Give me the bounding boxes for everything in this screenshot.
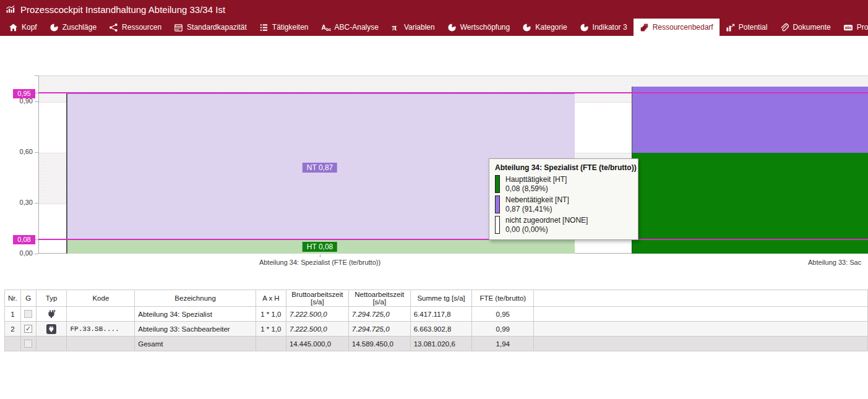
tab-ressourcenbedarf[interactable]: Ressourcenbedarf xyxy=(634,19,720,36)
table-total-row: Gesamt 14.445.000,0 14.589.450,0 13.081.… xyxy=(5,337,868,351)
tab-abc-analyse[interactable]: Abc ABC-Analyse xyxy=(315,19,385,36)
tooltip-entry-value: 0,08 (8,59%) xyxy=(505,184,567,194)
col-header-kode: Kode xyxy=(67,290,135,307)
pie-icon xyxy=(49,23,59,32)
tab-label: Ressourcen xyxy=(122,23,161,32)
tab-label: Prozessbeschreibung xyxy=(857,23,868,32)
cell-nr xyxy=(5,337,21,351)
col-header-axh: A x H xyxy=(256,290,286,307)
pie-icon xyxy=(580,23,589,32)
tooltip-entry: nicht zugeordnet [NONE] 0,00 (0,00%) xyxy=(495,216,632,234)
tab-standardkapazitaet[interactable]: Standardkapazität xyxy=(168,19,253,36)
cell-nr: 1 xyxy=(5,307,21,322)
plug-icon xyxy=(46,309,56,319)
ref-value-badge-095: 0,95 xyxy=(13,89,35,98)
tab-bar: Kopf Zuschläge Ressourcen Standardkapazi… xyxy=(0,19,868,36)
app-chart-icon xyxy=(6,4,15,14)
tab-indikator-3[interactable]: Indikator 3 xyxy=(574,19,634,36)
cell-bezeichnung: Abteilung 33: Sachbearbeiter xyxy=(135,322,256,337)
y-axis-tick xyxy=(35,203,38,204)
cell-nr: 2 xyxy=(5,322,21,337)
x-axis-tick xyxy=(320,254,320,257)
tooltip-entry: Haupttätigkeit [HT] 0,08 (8,59%) xyxy=(495,175,632,194)
col-header-g: G xyxy=(20,290,36,307)
pie-icon xyxy=(522,23,531,32)
tab-dokumente[interactable]: Dokumente xyxy=(773,19,836,36)
nt-swatch-icon xyxy=(495,195,500,213)
cell-axh xyxy=(256,337,286,351)
row-checkbox[interactable]: ✓ xyxy=(24,325,32,333)
cell-summe: 6.663.902,8 xyxy=(410,322,472,337)
y-axis-tick xyxy=(35,101,38,102)
tab-kopf[interactable]: Kopf xyxy=(2,19,43,36)
window-title: Prozesscockpit Instandhaltung Abteilung … xyxy=(20,4,225,15)
share-nodes-icon xyxy=(109,23,118,32)
chart-tooltip: Abteilung 34: Spezialist (FTE (te/brutto… xyxy=(489,158,638,240)
tab-prozessbeschreibung[interactable]: abc Prozessbeschreibung xyxy=(837,19,868,36)
cell-fte: 1,94 xyxy=(472,337,534,351)
none-swatch-icon xyxy=(495,216,500,234)
tab-zuschlaege[interactable]: Zuschläge xyxy=(43,19,103,36)
ref-line-095 xyxy=(38,92,868,93)
col-header-brutto: Bruttoarbeitszeit [s/a] xyxy=(286,290,348,307)
x-axis-label-abt33: Abteilung 33: Sac xyxy=(808,259,861,266)
tooltip-entry: Nebentätigkeit [NT] 0,87 (91,41%) xyxy=(495,195,632,214)
tab-label: Zuschläge xyxy=(62,23,97,32)
abc-badge-icon: abc xyxy=(843,23,853,32)
app-window: Prozesscockpit Instandhaltung Abteilung … xyxy=(0,0,868,399)
y-axis-label-030: 0,30 xyxy=(0,199,33,206)
cell-filler xyxy=(534,322,868,337)
svg-text:abc: abc xyxy=(845,25,853,30)
tooltip-entry-value: 0,87 (91,41%) xyxy=(505,205,569,214)
pi-icon: π xyxy=(391,23,400,32)
paperclip-icon xyxy=(780,23,789,32)
abc-icon: Abc xyxy=(321,23,331,32)
cell-axh: 1 * 1,0 xyxy=(256,307,286,322)
x-axis-label-abt34: Abteilung 34: Spezialist (FTE (te/brutto… xyxy=(196,259,444,266)
tab-label: ABC-Analyse xyxy=(335,23,379,32)
tab-wertschoepfung[interactable]: Wertschöpfung xyxy=(441,19,517,36)
tab-potential[interactable]: Potential xyxy=(720,19,774,36)
resource-table: Nr. G Typ Kode Bezeichnung A x H Bruttoa… xyxy=(4,290,868,351)
tab-label: Potential xyxy=(739,23,768,32)
col-header-filler xyxy=(534,290,868,307)
cell-brutto: 7.222.500,0 xyxy=(286,322,348,337)
home-icon xyxy=(9,23,18,32)
cell-kode: FP.33.SB.... xyxy=(67,322,135,337)
cell-summe: 6.417.117,8 xyxy=(410,307,472,322)
table-row: 2 ✓ FP.33.SB.... Abteilung 33: Sachbearb… xyxy=(5,322,868,337)
col-header-typ: Typ xyxy=(36,290,67,307)
cell-typ xyxy=(36,337,67,351)
titlebar: Prozesscockpit Instandhaltung Abteilung … xyxy=(0,0,868,19)
tab-label: Tätigkeiten xyxy=(272,23,309,32)
tab-kategorie[interactable]: Kategorie xyxy=(516,19,573,36)
svg-text:π: π xyxy=(392,23,397,32)
row-checkbox[interactable] xyxy=(24,310,32,318)
tab-label: Dokumente xyxy=(793,23,830,32)
y-axis-tick xyxy=(35,75,38,76)
cell-filler xyxy=(534,307,868,322)
tab-label: Standardkapazität xyxy=(187,23,247,32)
col-header-fte: FTE (te/brutto) xyxy=(472,290,534,307)
tab-label: Kopf xyxy=(22,23,37,32)
tab-variablen[interactable]: π Variablen xyxy=(385,19,441,36)
stacked-cubes-icon xyxy=(640,23,649,32)
cell-bezeichnung: Abteilung 34: Spezialist xyxy=(135,307,256,322)
y-axis-tick xyxy=(35,152,38,153)
tooltip-entry-label: Haupttätigkeit [HT] xyxy=(505,175,567,184)
tooltip-entry-label: nicht zugeordnet [NONE] xyxy=(505,216,588,225)
cell-netto: 14.589.450,0 xyxy=(348,337,410,351)
plug-badge-icon xyxy=(46,324,56,334)
tab-ressourcen[interactable]: Ressourcen xyxy=(103,19,168,36)
row-checkbox[interactable] xyxy=(24,340,32,348)
col-header-netto: Nettoarbeitszeit [s/a] xyxy=(348,290,410,307)
cell-summe: 13.081.020,6 xyxy=(410,337,472,351)
bar-abt33-nebentaetigkeit[interactable] xyxy=(632,87,868,153)
tab-taetigkeiten[interactable]: Tätigkeiten xyxy=(253,19,315,36)
cell-brutto: 7.222.500,0 xyxy=(286,307,348,322)
tab-label: Ressourcenbedarf xyxy=(653,23,713,32)
nt-segment-label: NT 0,87 xyxy=(303,163,337,173)
cell-fte: 0,99 xyxy=(472,322,534,337)
ht-segment-label: HT 0,08 xyxy=(303,242,337,252)
pie-icon xyxy=(447,23,457,32)
